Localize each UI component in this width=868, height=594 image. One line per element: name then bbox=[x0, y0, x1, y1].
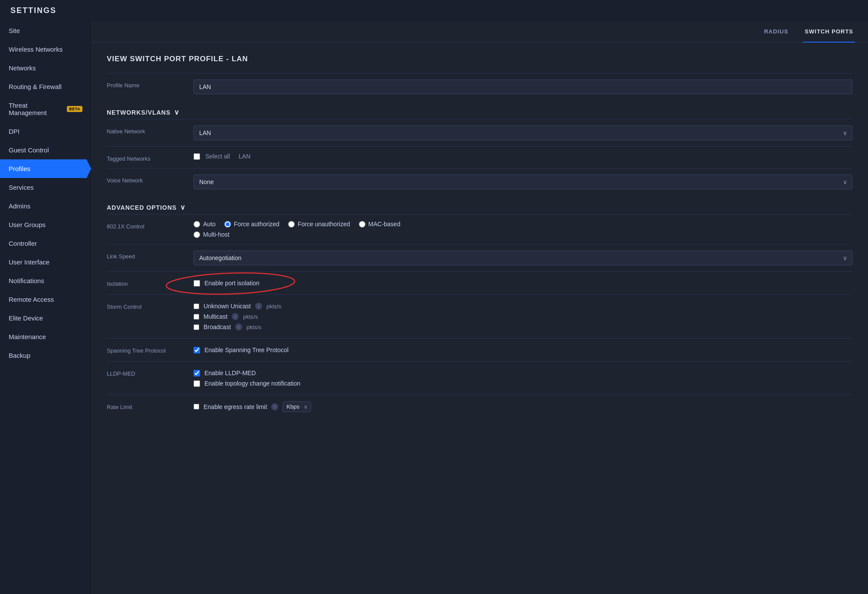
broadcast-label: Broadcast bbox=[204, 323, 231, 330]
native-network-row: Native Network LAN bbox=[107, 119, 852, 146]
isolation-row: Isolation Enable port isolation bbox=[107, 271, 852, 294]
radio-force-unauthorized[interactable] bbox=[288, 221, 295, 228]
sidebar-item-controller[interactable]: Controller bbox=[0, 234, 91, 253]
multicast-unit: pkts/s bbox=[243, 314, 258, 320]
voice-network-row: Voice Network None bbox=[107, 168, 852, 195]
sidebar-item-guest-control[interactable]: Guest Control bbox=[0, 141, 91, 159]
profile-name-row: Profile Name bbox=[107, 73, 852, 100]
radio-auto-label: Auto bbox=[203, 221, 216, 228]
networks-vlans-label: NETWORKS/VLANS bbox=[107, 109, 171, 116]
port-isolation-checkbox[interactable] bbox=[194, 280, 200, 287]
sidebar-item-site[interactable]: Site bbox=[0, 21, 91, 40]
tagged-networks-label: Tagged Networks bbox=[107, 153, 185, 162]
unknown-unicast-info-icon[interactable]: i bbox=[255, 303, 262, 310]
sidebar: SiteWireless NetworksNetworksRouting & F… bbox=[0, 21, 91, 594]
link-speed-row: Link Speed Autonegotiation bbox=[107, 244, 852, 271]
advanced-options-section-header[interactable]: ADVANCED OPTIONS ∨ bbox=[107, 195, 852, 214]
storm-control-label: Storm Control bbox=[107, 301, 185, 310]
sidebar-item-routing-firewall[interactable]: Routing & Firewall bbox=[0, 77, 91, 96]
dot1x-label: 802.1X Control bbox=[107, 221, 185, 230]
sidebar-item-wireless-networks[interactable]: Wireless Networks bbox=[0, 40, 91, 59]
link-speed-label: Link Speed bbox=[107, 251, 185, 260]
networks-vlans-section-header[interactable]: NETWORKS/VLANS ∨ bbox=[107, 100, 852, 119]
tagged-networks-control: Select all LAN bbox=[194, 153, 852, 160]
spanning-tree-checkbox-row: Enable Spanning Tree Protocol bbox=[194, 345, 852, 355]
lldp-med-label: LLDP-MED bbox=[107, 368, 185, 377]
radio-force-authorized[interactable] bbox=[224, 221, 231, 228]
sidebar-item-notifications[interactable]: Notifications bbox=[0, 271, 91, 290]
rate-limit-label: Rate Limit bbox=[107, 401, 185, 410]
voice-network-select[interactable]: None bbox=[194, 175, 852, 189]
sidebar-item-threat-management[interactable]: Threat ManagementBETA bbox=[0, 96, 91, 122]
sidebar-item-profiles[interactable]: Profiles bbox=[0, 159, 91, 178]
multicast-checkbox[interactable] bbox=[194, 314, 199, 320]
radio-auto-row: Auto bbox=[194, 221, 216, 228]
enable-lldp-med-row: Enable LLDP-MED bbox=[194, 368, 852, 378]
sidebar-item-backup[interactable]: Backup bbox=[0, 346, 91, 365]
kbps-select[interactable]: Kbps Mbps bbox=[283, 401, 311, 412]
app-title: SETTINGS bbox=[10, 6, 56, 15]
radio-auto[interactable] bbox=[194, 221, 200, 228]
dot1x-control: Auto Force authorized Force unauthorized bbox=[194, 221, 852, 238]
sidebar-item-networks[interactable]: Networks bbox=[0, 59, 91, 77]
sidebar-item-elite-device[interactable]: Elite Device bbox=[0, 309, 91, 327]
sidebar-item-dpi[interactable]: DPI bbox=[0, 122, 91, 141]
multicast-info-icon[interactable]: i bbox=[232, 313, 239, 320]
link-speed-control: Autonegotiation bbox=[194, 251, 852, 265]
sidebar-item-remote-access[interactable]: Remote Access bbox=[0, 290, 91, 309]
egress-info-icon[interactable]: i bbox=[271, 403, 278, 410]
egress-rate-row: Enable egress rate limit i Kbps Mbps bbox=[194, 401, 852, 412]
profile-name-control bbox=[194, 79, 852, 94]
unknown-unicast-row: Unknown Unicast i pkts/s bbox=[194, 301, 852, 311]
broadcast-row: Broadcast i pkts/s bbox=[194, 322, 852, 332]
tab-radius[interactable]: RADIUS bbox=[762, 21, 790, 43]
radio-force-authorized-row: Force authorized bbox=[224, 221, 279, 228]
page-content: VIEW SWITCH PORT PROFILE - LAN Profile N… bbox=[91, 43, 868, 430]
native-network-control: LAN bbox=[194, 125, 852, 140]
link-speed-select-wrapper: Autonegotiation bbox=[194, 251, 852, 265]
port-isolation-checkbox-row: Enable port isolation bbox=[194, 278, 852, 288]
sidebar-item-maintenance[interactable]: Maintenance bbox=[0, 327, 91, 346]
native-network-label: Native Network bbox=[107, 125, 185, 135]
radio-multi-host-row: Multi-host bbox=[194, 231, 852, 238]
sidebar-item-user-groups[interactable]: User Groups bbox=[0, 215, 91, 234]
spanning-tree-checkbox[interactable] bbox=[194, 347, 200, 353]
multicast-row: Multicast i pkts/s bbox=[194, 311, 852, 322]
broadcast-checkbox[interactable] bbox=[194, 324, 199, 330]
enable-lldp-med-label: Enable LLDP-MED bbox=[204, 370, 256, 376]
enable-lldp-med-checkbox[interactable] bbox=[194, 370, 200, 376]
enable-topology-label: Enable topology change notification bbox=[204, 380, 300, 387]
tabs-bar: RADIUSSWITCH PORTS bbox=[91, 21, 868, 43]
broadcast-unit: pkts/s bbox=[247, 324, 261, 330]
voice-network-label: Voice Network bbox=[107, 175, 185, 184]
lldp-med-control: Enable LLDP-MED Enable topology change n… bbox=[194, 368, 852, 389]
profile-name-input[interactable] bbox=[194, 79, 852, 94]
spanning-tree-label: Spanning Tree Protocol bbox=[107, 345, 185, 354]
beta-badge: BETA bbox=[67, 106, 82, 112]
native-network-select[interactable]: LAN bbox=[194, 125, 852, 140]
select-all-checkbox[interactable] bbox=[194, 153, 200, 160]
profile-name-label: Profile Name bbox=[107, 79, 185, 89]
unknown-unicast-checkbox[interactable] bbox=[194, 304, 199, 309]
sidebar-item-admins[interactable]: Admins bbox=[0, 197, 91, 215]
enable-egress-checkbox[interactable] bbox=[194, 404, 199, 409]
dot1x-row: 802.1X Control Auto Force authorized bbox=[107, 214, 852, 244]
select-all-label: Select all bbox=[205, 153, 230, 160]
link-speed-select[interactable]: Autonegotiation bbox=[194, 251, 852, 265]
tab-switch-ports[interactable]: SWITCH PORTS bbox=[803, 21, 855, 43]
radio-mac-based[interactable] bbox=[359, 221, 365, 228]
rate-limit-control: Enable egress rate limit i Kbps Mbps bbox=[194, 401, 852, 412]
voice-network-control: None bbox=[194, 175, 852, 189]
storm-control-row: Storm Control Unknown Unicast i pkts/s M… bbox=[107, 294, 852, 338]
advanced-options-label: ADVANCED OPTIONS bbox=[107, 204, 177, 211]
spanning-tree-checkbox-label: Enable Spanning Tree Protocol bbox=[204, 346, 289, 353]
broadcast-info-icon[interactable]: i bbox=[235, 323, 242, 330]
unknown-unicast-label: Unknown Unicast bbox=[204, 303, 251, 310]
isolation-label: Isolation bbox=[107, 278, 185, 287]
spanning-tree-row: Spanning Tree Protocol Enable Spanning T… bbox=[107, 338, 852, 361]
sidebar-item-user-interface[interactable]: User Interface bbox=[0, 253, 91, 271]
storm-control-control: Unknown Unicast i pkts/s Multicast i pkt… bbox=[194, 301, 852, 332]
sidebar-item-services[interactable]: Services bbox=[0, 178, 91, 197]
enable-topology-checkbox[interactable] bbox=[194, 380, 200, 387]
radio-multi-host[interactable] bbox=[194, 231, 200, 238]
